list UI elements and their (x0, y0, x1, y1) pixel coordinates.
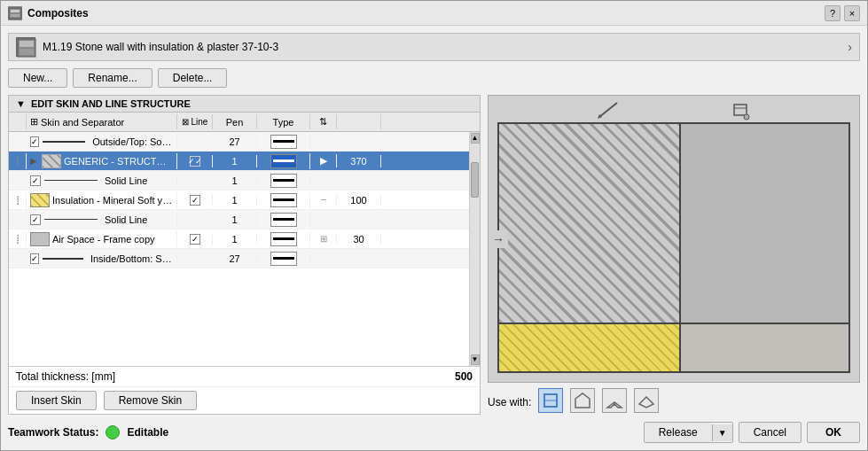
expand-arrow-icon[interactable]: ▶ (30, 156, 37, 166)
scroll-down-btn[interactable]: ▼ (471, 354, 480, 365)
table-row[interactable]: ⁞ Air Space - Frame copy 1 (9, 229, 469, 249)
scroll-up-btn[interactable]: ▲ (471, 133, 480, 144)
edit-pencil-icon (595, 99, 622, 121)
row-layer-cell[interactable]: ▶ GENERIC - STRUCTURAL (27, 153, 177, 169)
scroll-thumb[interactable] (471, 162, 479, 198)
row-checkbox[interactable] (190, 234, 200, 245)
composite-icon (16, 37, 35, 57)
insert-remove-row: Insert Skin Remove Skin (9, 386, 480, 414)
use-icon-beam[interactable] (570, 388, 595, 413)
row-layer-cell[interactable]: Outside/Top: Solid Line (27, 136, 177, 148)
dialog-title: Composites (27, 7, 825, 19)
row-checkbox[interactable] (30, 175, 41, 186)
use-with-icons (538, 388, 659, 413)
layer-pattern (30, 232, 50, 246)
new-button[interactable]: New... (8, 68, 67, 88)
status-dot (106, 425, 120, 439)
row-checkbox[interactable] (190, 195, 200, 206)
row-value (337, 219, 381, 221)
use-icon-column[interactable] (602, 388, 627, 413)
table-row[interactable]: ⁞ Insulation - Mineral Soft ye... 1 (9, 191, 469, 210)
row-drag-cell: ⁞ (9, 231, 27, 247)
row-layer-cell[interactable]: Solid Line (27, 175, 177, 187)
row-type: ▶ (310, 154, 337, 167)
section-arrow: ▼ (16, 98, 26, 109)
release-button[interactable]: Release (645, 423, 712, 442)
row-pen: 1 (213, 194, 257, 206)
preview-area: → (488, 95, 860, 383)
col-skin: ⊞ Skin and Separator (27, 114, 177, 129)
rename-button[interactable]: Rename... (73, 68, 152, 88)
row-pen-style (257, 153, 310, 169)
close-button[interactable]: × (844, 5, 860, 21)
row-pen-style (257, 173, 310, 189)
use-with-section: Use with: (488, 386, 860, 415)
teamwork-status: Teamwork Status: Editable (8, 422, 168, 443)
help-button[interactable]: ? (825, 5, 841, 21)
row-pen-style (257, 231, 310, 247)
row-drag-cell (9, 180, 27, 182)
row-label: Outside/Top: Solid Line (92, 136, 173, 147)
composites-dialog: Composites ? × M1.19 Stone wall with ins… (0, 0, 868, 451)
table-row: Solid Line 1 (9, 171, 469, 191)
row-checkbox[interactable]: ✓ (190, 156, 200, 167)
row-layer-cell[interactable]: Inside/Bottom: Solid Line (27, 253, 177, 265)
row-value (337, 141, 381, 143)
row-pen: 1 (213, 214, 257, 226)
svg-rect-5 (20, 49, 34, 55)
row-value: 100 (337, 194, 381, 206)
wall-cross-section (497, 122, 850, 373)
title-bar-controls: ? × (825, 5, 860, 21)
col-drag (9, 114, 27, 129)
row-line-check (177, 194, 213, 206)
layer-pattern (42, 154, 61, 168)
svg-marker-13 (575, 393, 590, 408)
status-footer-row: Teamwork Status: Editable Release ▼ Canc… (8, 422, 860, 443)
table-scrollbar[interactable]: ▲ ▼ (469, 132, 480, 366)
use-icon-wall[interactable] (538, 388, 563, 413)
use-icon-slab[interactable] (634, 388, 659, 413)
row-type (310, 141, 337, 143)
drag-handle-icon: ⁞ (16, 193, 20, 207)
dialog-icon (8, 6, 22, 20)
row-type: ⊞ (310, 233, 337, 245)
row-line-check (177, 233, 213, 245)
svg-rect-8 (734, 105, 747, 115)
svg-marker-15 (639, 397, 653, 408)
table-row[interactable]: ⁞ ▶ GENERIC - STRUCTURAL ✓ 1 (9, 152, 469, 171)
delete-button[interactable]: Delete... (158, 68, 228, 88)
svg-line-6 (599, 103, 617, 117)
row-checkbox[interactable] (30, 214, 41, 225)
header-expand-arrow[interactable]: › (848, 40, 852, 54)
row-layer-cell[interactable]: Air Space - Frame copy (27, 231, 177, 247)
row-value (337, 258, 381, 260)
row-line-check (177, 258, 213, 260)
row-pen-style (257, 134, 310, 150)
ok-button[interactable]: OK (807, 422, 860, 443)
release-dropdown-button[interactable]: ▼ (712, 424, 732, 441)
row-layer-cell[interactable]: Insulation - Mineral Soft ye... (27, 192, 177, 208)
cancel-button[interactable]: Cancel (739, 422, 802, 443)
use-with-label: Use with: (488, 396, 531, 408)
layer-pattern (30, 193, 50, 207)
row-label: GENERIC - STRUCTURAL (64, 156, 173, 167)
row-layer-cell[interactable]: Solid Line (27, 214, 177, 226)
title-bar: Composites ? × (1, 1, 867, 26)
right-panel: → Use with: (488, 95, 860, 415)
remove-skin-button[interactable]: Remove Skin (104, 391, 197, 410)
row-line-check (177, 180, 213, 182)
arrow-indicator: → (489, 230, 508, 248)
wall-right-section (681, 124, 848, 371)
insert-skin-button[interactable]: Insert Skin (16, 391, 97, 410)
row-checkbox[interactable] (30, 136, 39, 147)
release-btn-container: Release ▼ (644, 422, 733, 443)
drag-handle-icon: ⁞ (16, 232, 20, 246)
row-drag-cell (9, 219, 27, 221)
row-label: Air Space - Frame copy (52, 234, 155, 245)
structural-pattern-top (499, 124, 679, 323)
row-checkbox[interactable] (30, 253, 39, 264)
row-value (337, 180, 381, 182)
table-header: ⊞ Skin and Separator ⊠ Line Pen Type ⇅ (9, 113, 480, 132)
row-type (310, 258, 337, 260)
col-line: ⊠ Line (177, 114, 213, 129)
